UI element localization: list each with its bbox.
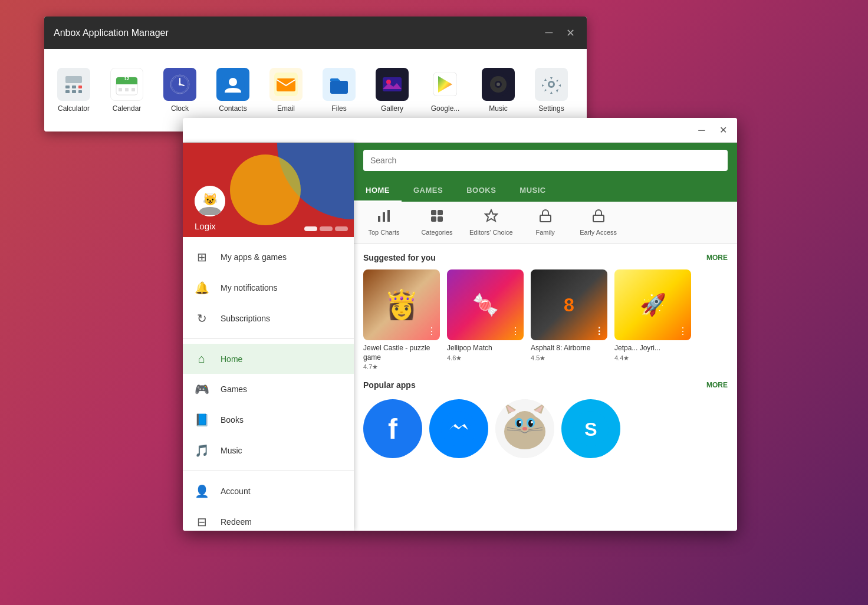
drawer-item-books[interactable]: 📘 Books: [183, 405, 354, 435]
social-card-messenger[interactable]: [429, 399, 488, 458]
drawer-item-games[interactable]: 🎮 Games: [183, 374, 354, 405]
app-item-files[interactable]: Files: [321, 68, 357, 113]
svg-rect-13: [119, 88, 122, 91]
fb-letter: f: [388, 413, 397, 445]
calendar-icon: 12: [110, 68, 143, 101]
app-item-clock[interactable]: Clock: [162, 68, 198, 113]
svg-rect-54: [431, 210, 436, 215]
drawer-item-redeem[interactable]: ⊟ Redeem: [183, 507, 354, 531]
cat-top-charts[interactable]: Top Charts: [363, 209, 405, 236]
play-tabs: HOME GAMES BOOKS MUSIC: [354, 180, 737, 202]
svg-rect-56: [431, 216, 436, 222]
notifications-icon: 🔔: [195, 281, 209, 295]
play-minimize-button[interactable]: ─: [695, 123, 709, 137]
drawer-item-account[interactable]: 👤 Account: [183, 476, 354, 507]
asphalt-title: Asphalt 8: Airborne: [531, 344, 607, 353]
svg-rect-53: [387, 210, 390, 222]
top-charts-icon: [377, 209, 391, 226]
jetpack-title: Jetpa... Joyri...: [614, 344, 691, 353]
play-close-button[interactable]: ✕: [716, 123, 730, 137]
home-icon: ⌂: [195, 352, 209, 366]
cat-editors-choice[interactable]: Editors' Choice: [469, 209, 513, 236]
asphalt-image-content: 8: [564, 294, 574, 316]
app-item-calculator[interactable]: Calculator: [56, 68, 91, 113]
social-section-title: Popular apps: [363, 380, 416, 390]
books-label: Books: [221, 415, 244, 425]
email-dot-2: [320, 226, 333, 231]
tab-games[interactable]: GAMES: [402, 180, 455, 202]
drawer-item-notifications[interactable]: 🔔 My notifications: [183, 272, 354, 303]
app-item-contacts[interactable]: Contacts: [215, 68, 251, 113]
social-card-tomcat[interactable]: [495, 399, 554, 458]
settings-icon: [535, 68, 568, 101]
anbox-title: Anbox Application Manager: [54, 28, 169, 38]
play-window-controls: ─ ✕: [695, 123, 730, 137]
svg-text:S: S: [584, 419, 597, 440]
cat-family[interactable]: Family: [525, 209, 566, 236]
gallery-label: Gallery: [381, 104, 403, 113]
app-item-email[interactable]: Email: [268, 68, 304, 113]
skype-icon: S: [561, 399, 620, 458]
my-apps-icon: ⊞: [195, 250, 209, 264]
play-topbar: HOME GAMES BOOKS MUSIC: [354, 143, 737, 202]
editors-choice-icon: [484, 209, 498, 226]
app-item-settings[interactable]: Settings: [534, 68, 569, 113]
social-cards: f: [354, 399, 737, 468]
svg-point-23: [229, 78, 237, 86]
asphalt-more-button[interactable]: ⋮: [594, 325, 604, 337]
games-more-button[interactable]: MORE: [706, 254, 728, 262]
account-icon: 👤: [195, 484, 209, 498]
email-dot-3: [335, 226, 348, 231]
svg-point-72: [528, 420, 533, 427]
jellipop-title: Jellipop Match: [447, 344, 524, 353]
anbox-close-button[interactable]: ✕: [563, 26, 577, 40]
svg-rect-60: [593, 215, 604, 222]
jetpack-more-button[interactable]: ⋮: [678, 325, 688, 337]
tab-books[interactable]: BOOKS: [455, 180, 508, 202]
drawer-item-home[interactable]: ⌂ Home: [183, 344, 354, 374]
social-more-button[interactable]: MORE: [706, 381, 728, 389]
tab-home[interactable]: HOME: [354, 180, 402, 202]
play-store-content: HOME GAMES BOOKS MUSIC Top Charts Catego…: [354, 143, 737, 531]
game-card-jellipop[interactable]: 🍬 ⋮ Jellipop Match 4.6★: [447, 269, 524, 371]
play-search-row: [354, 143, 737, 171]
drawer-item-my-apps[interactable]: ⊞ My apps & games: [183, 242, 354, 272]
play-search-box[interactable]: [363, 150, 728, 171]
files-label: Files: [331, 104, 346, 113]
svg-rect-15: [131, 88, 135, 91]
app-item-gallery[interactable]: Gallery: [374, 68, 410, 113]
app-item-google[interactable]: Google...: [428, 68, 463, 113]
jewel-more-button[interactable]: ⋮: [427, 325, 436, 337]
calendar-label: Calendar: [113, 104, 142, 113]
anbox-minimize-button[interactable]: ─: [542, 26, 556, 40]
music-icon: [482, 68, 515, 101]
social-card-facebook[interactable]: f: [363, 399, 422, 458]
svg-rect-27: [330, 81, 348, 94]
play-search-input[interactable]: [370, 156, 721, 165]
music-label: Music: [489, 104, 507, 113]
svg-point-74: [531, 421, 533, 423]
email-icon: [269, 68, 303, 101]
tab-music[interactable]: MUSIC: [508, 180, 557, 202]
svg-point-73: [519, 421, 521, 423]
app-item-calendar[interactable]: 12 Calendar: [109, 68, 144, 113]
svg-rect-59: [540, 215, 551, 222]
game-card-jetpack[interactable]: 🚀 ⋮ Jetpa... Joyri... 4.4★: [614, 269, 691, 371]
cat-categories[interactable]: Categories: [416, 209, 458, 236]
social-card-skype[interactable]: S: [561, 399, 620, 458]
app-item-music[interactable]: Music: [481, 68, 516, 113]
jellipop-more-button[interactable]: ⋮: [511, 325, 520, 337]
notifications-label: My notifications: [221, 283, 277, 292]
games-section: Suggested for you MORE 👸 ⋮ Jewel Castle …: [354, 244, 737, 380]
game-card-asphalt[interactable]: 8 ⋮ Asphalt 8: Airborne 4.5★: [531, 269, 607, 371]
google-label: Google...: [431, 104, 460, 113]
anbox-titlebar: Anbox Application Manager ─ ✕: [44, 17, 587, 49]
game-card-jewel[interactable]: 👸 ⋮ Jewel Castle - puzzle game 4.7★: [363, 269, 440, 371]
drawer-item-music[interactable]: 🎵 Music: [183, 435, 354, 466]
drawer-item-subscriptions[interactable]: ↻ Subscriptions: [183, 303, 354, 334]
svg-point-36: [497, 83, 500, 86]
cat-early-access[interactable]: Early Access: [578, 209, 619, 236]
svg-rect-3: [72, 86, 76, 88]
cat-categories-label: Categories: [421, 229, 452, 236]
games-label: Games: [221, 384, 247, 394]
